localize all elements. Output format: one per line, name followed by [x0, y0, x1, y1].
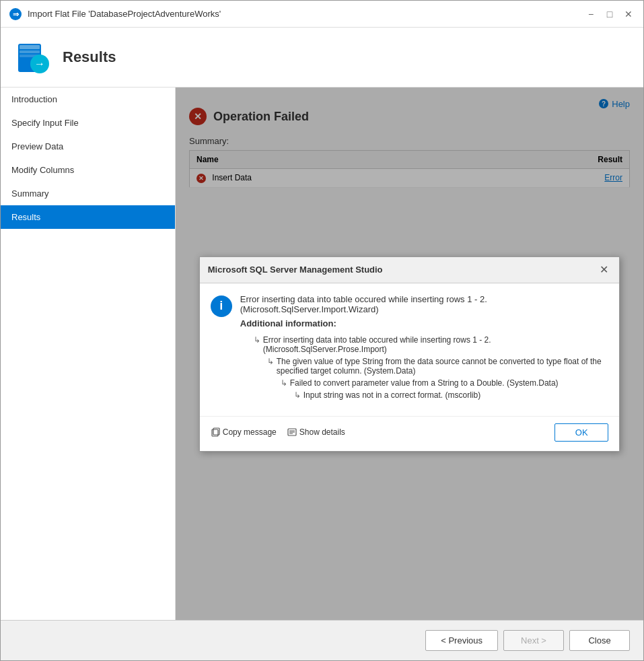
sidebar-item-introduction[interactable]: Introduction [1, 88, 175, 111]
content-area: ? Help ✕ Operation Failed Summary: Name … [176, 88, 643, 620]
sidebar-item-modify-columns[interactable]: Modify Columns [1, 158, 175, 182]
main-area: Introduction Specify Input File Preview … [1, 88, 643, 620]
copy-icon [211, 427, 220, 437]
sidebar-item-summary[interactable]: Summary [1, 182, 175, 205]
sidebar-item-specify-input[interactable]: Specify Input File [1, 111, 175, 135]
error-dialog: Microsoft SQL Server Management Studio ✕… [199, 256, 620, 452]
minimize-button[interactable]: − [584, 7, 598, 21]
modal-footer: Copy message Show details [200, 416, 620, 451]
modal-body: i Error inserting data into table occure… [200, 283, 620, 416]
modal-footer-left: Copy message Show details [211, 427, 345, 437]
page-title: Results [63, 48, 116, 66]
modal-close-button[interactable]: ✕ [596, 263, 611, 277]
modal-info-row: i Error inserting data into table occure… [211, 294, 609, 401]
close-button[interactable]: Close [569, 630, 630, 651]
close-button[interactable]: ✕ [622, 7, 635, 21]
details-icon [287, 427, 297, 437]
arrow-icon-3: ↳ [281, 378, 287, 388]
modal-title-bar: Microsoft SQL Server Management Studio ✕ [200, 257, 620, 283]
modal-main-text: Error inserting data into table occured … [240, 294, 609, 314]
show-details-link[interactable]: Show details [287, 427, 345, 437]
svg-rect-3 [20, 45, 40, 49]
error-item-4: ↳ Input string was not in a correct form… [294, 389, 609, 401]
window-controls: − □ ✕ [584, 7, 635, 21]
app-icon: ⇒ [9, 7, 22, 21]
next-button[interactable]: Next > [503, 630, 564, 651]
error-item-3: ↳ Failed to convert parameter value from… [281, 377, 609, 389]
maximize-button[interactable]: □ [603, 7, 616, 21]
footer: < Previous Next > Close [1, 620, 643, 660]
svg-text:→: → [34, 58, 45, 69]
additional-info-label: Additional information: [240, 318, 609, 328]
sidebar-item-preview-data[interactable]: Preview Data [1, 135, 175, 158]
error-item-1: ↳ Error inserting data into table occure… [254, 334, 609, 355]
svg-text:⇒: ⇒ [13, 10, 20, 18]
arrow-icon-1: ↳ [254, 335, 260, 345]
window-title: Import Flat File 'DatabaseProjectAdventu… [28, 9, 584, 19]
modal-message-area: Error inserting data into table occured … [240, 294, 609, 401]
arrow-icon-4: ↳ [294, 390, 301, 400]
title-bar: ⇒ Import Flat File 'DatabaseProjectAdven… [1, 1, 643, 28]
db-icon: → [14, 38, 52, 76]
previous-button[interactable]: < Previous [425, 630, 498, 651]
main-window: ⇒ Import Flat File 'DatabaseProjectAdven… [0, 0, 644, 661]
info-icon: i [211, 295, 232, 317]
sidebar: Introduction Specify Input File Preview … [1, 88, 176, 620]
header: → Results [1, 28, 643, 88]
modal-ok-button[interactable]: OK [554, 423, 608, 442]
error-item-2: ↳ The given value of type String from th… [267, 355, 609, 377]
modal-overlay: Microsoft SQL Server Management Studio ✕… [176, 88, 643, 620]
copy-message-link[interactable]: Copy message [211, 427, 277, 437]
error-tree: ↳ Error inserting data into table occure… [254, 334, 609, 401]
arrow-icon-2: ↳ [267, 357, 274, 366]
modal-title: Microsoft SQL Server Management Studio [208, 265, 383, 275]
sidebar-item-results[interactable]: Results [1, 205, 175, 229]
svg-rect-4 [20, 50, 40, 53]
